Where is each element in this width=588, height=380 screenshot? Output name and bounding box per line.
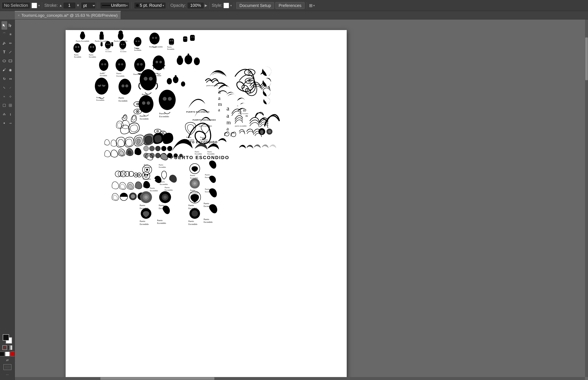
artboard-tool-bottom[interactable] bbox=[3, 364, 12, 371]
color-section: ⇄ ··· bbox=[0, 333, 15, 378]
svg-point-43 bbox=[138, 40, 140, 42]
tab-close-button[interactable]: × bbox=[18, 14, 20, 17]
svg-point-11 bbox=[80, 33, 85, 39]
svg-point-214 bbox=[144, 195, 148, 199]
column-graph-tool[interactable]: ⫿ bbox=[8, 110, 13, 118]
stroke-down-arrow[interactable]: ▼ bbox=[77, 4, 80, 7]
paintbrush-tool[interactable]: 🖌 bbox=[1, 66, 7, 74]
svg-text:Puerto: Puerto bbox=[195, 151, 199, 153]
svg-text:Puerto: Puerto bbox=[117, 72, 121, 75]
pencil-tool[interactable]: ✏ bbox=[8, 39, 13, 47]
svg-point-94 bbox=[118, 79, 131, 95]
svg-rect-2 bbox=[9, 60, 12, 62]
reflect-tool[interactable]: ⇔ bbox=[8, 75, 13, 83]
fill-dropdown-arrow[interactable]: ▾ bbox=[38, 4, 40, 7]
svg-text:a: a bbox=[226, 112, 229, 119]
lasso-tool-group: ⌒ ✳ bbox=[1, 30, 13, 38]
pen-tool[interactable] bbox=[1, 39, 7, 47]
svg-point-17 bbox=[118, 32, 123, 40]
eyedropper-tool-group: ✦ ⊸ bbox=[1, 119, 13, 127]
magic-wand-tool[interactable]: ✳ bbox=[8, 30, 13, 38]
reshape-tool[interactable]: ⊹ bbox=[8, 92, 13, 101]
swap-colors-button[interactable]: ⇄ bbox=[6, 359, 9, 362]
document-setup-button[interactable]: Document Setup bbox=[236, 2, 274, 9]
svg-point-233 bbox=[192, 210, 198, 217]
svg-text:Escondido: Escondido bbox=[89, 56, 96, 58]
paintbrush-icon: 🖌 bbox=[2, 68, 6, 72]
svg-point-26 bbox=[88, 43, 96, 53]
opacity-arrow[interactable]: ▶ bbox=[205, 3, 207, 7]
svg-point-190 bbox=[146, 169, 148, 171]
svg-point-243 bbox=[249, 80, 250, 81]
document-canvas: Puerto Escondido Puerto Escondido Puerto… bbox=[66, 30, 347, 380]
rect-tool[interactable] bbox=[8, 57, 13, 65]
vertical-scrollbar[interactable] bbox=[585, 19, 588, 377]
stroke-value-input[interactable] bbox=[63, 2, 76, 9]
type-tool[interactable]: T bbox=[1, 48, 7, 56]
more-tools-button[interactable]: ··· bbox=[6, 373, 9, 377]
stroke-unit-select[interactable]: pt px mm bbox=[81, 2, 96, 9]
svg-text:Puerto: Puerto bbox=[204, 202, 209, 205]
rotate-tool-group: ↻ ⇔ bbox=[1, 75, 13, 83]
svg-text:m: m bbox=[243, 108, 246, 112]
fill-swatch[interactable] bbox=[32, 3, 37, 8]
free-transform-tool[interactable] bbox=[1, 101, 7, 110]
top-toolbar: No Selection ▾ Stroke: ▲ ▼ pt px mm Unif… bbox=[0, 0, 588, 11]
direct-select-tool[interactable] bbox=[8, 21, 13, 30]
foreground-color-swatch[interactable] bbox=[3, 334, 9, 341]
svg-point-86 bbox=[188, 54, 189, 55]
type-icon: T bbox=[3, 50, 5, 54]
style-dropdown[interactable]: ▾ bbox=[230, 4, 232, 7]
shear-icon: ⟋ bbox=[9, 86, 12, 89]
measure-tool[interactable]: ⊸ bbox=[8, 119, 13, 127]
fg-bg-swatch[interactable] bbox=[3, 334, 12, 344]
svg-point-99 bbox=[140, 69, 157, 90]
svg-text:Puerto: Puerto bbox=[105, 49, 109, 51]
none-indicator[interactable] bbox=[2, 345, 7, 350]
svg-text:a: a bbox=[218, 107, 220, 112]
svg-text:Puerto: Puerto bbox=[190, 174, 195, 176]
active-tab[interactable]: × TourismLogo_concepts.ai* @ 15.63 % (RG… bbox=[15, 11, 121, 19]
svg-point-77 bbox=[156, 61, 158, 63]
svg-point-0 bbox=[3, 44, 4, 45]
svg-text:m: m bbox=[237, 105, 238, 107]
warp-tool[interactable]: ≈ bbox=[1, 92, 7, 101]
rotate-tool[interactable]: ↻ bbox=[1, 75, 7, 83]
svg-point-64 bbox=[104, 63, 106, 65]
stroke-up-arrow[interactable]: ▲ bbox=[59, 4, 62, 7]
cap-style-dropdown[interactable]: ▾ bbox=[163, 4, 164, 7]
svg-point-74 bbox=[140, 63, 143, 66]
arrange-icon[interactable]: ⊞ bbox=[309, 3, 313, 8]
svg-text:Escondido: Escondido bbox=[150, 190, 158, 192]
svg-text:a: a bbox=[226, 105, 229, 112]
scale-tool[interactable]: ⤡ bbox=[1, 83, 7, 92]
svg-point-178 bbox=[135, 174, 137, 176]
horizontal-scrollbar-thumb[interactable] bbox=[100, 377, 215, 380]
puppet-warp-tool[interactable] bbox=[8, 101, 13, 110]
select-tool[interactable] bbox=[1, 21, 7, 30]
horizontal-scrollbar[interactable] bbox=[15, 377, 585, 380]
arrange-dropdown[interactable]: ▾ bbox=[313, 4, 315, 7]
svg-text:Puerto: Puerto bbox=[120, 49, 124, 51]
shear-tool[interactable]: ⟋ bbox=[8, 83, 13, 92]
arrange-tools: ⊞ ▾ bbox=[309, 3, 315, 8]
svg-point-38 bbox=[123, 44, 124, 45]
gradient-swatch[interactable] bbox=[8, 345, 12, 350]
lasso-tool[interactable]: ⌒ bbox=[1, 30, 7, 38]
stroke-type-dropdown[interactable]: ▾ bbox=[126, 4, 128, 7]
eyedropper-tool[interactable]: ✦ bbox=[1, 119, 7, 127]
tab-bar: × TourismLogo_concepts.ai* @ 15.63 % (RG… bbox=[15, 11, 588, 19]
vertical-scrollbar-thumb[interactable] bbox=[585, 38, 588, 80]
selection-tool-group bbox=[1, 21, 13, 30]
ellipse-tool[interactable] bbox=[1, 57, 7, 65]
line-segment-tool[interactable]: | bbox=[8, 48, 13, 56]
left-toolbar: ⌒ ✳ ✏ T | 🖌 ◉ bbox=[0, 19, 15, 380]
symbol-sprayer-tool[interactable]: ⁂ bbox=[1, 110, 7, 118]
svg-text:Escondido: Escondido bbox=[204, 221, 213, 223]
preferences-button[interactable]: Preferences bbox=[275, 2, 305, 9]
svg-text:Escondido: Escondido bbox=[157, 222, 166, 224]
opacity-input[interactable] bbox=[187, 2, 204, 9]
blob-brush-tool[interactable]: ◉ bbox=[8, 66, 13, 74]
style-swatch[interactable] bbox=[223, 3, 229, 8]
separator-4 bbox=[168, 2, 168, 9]
